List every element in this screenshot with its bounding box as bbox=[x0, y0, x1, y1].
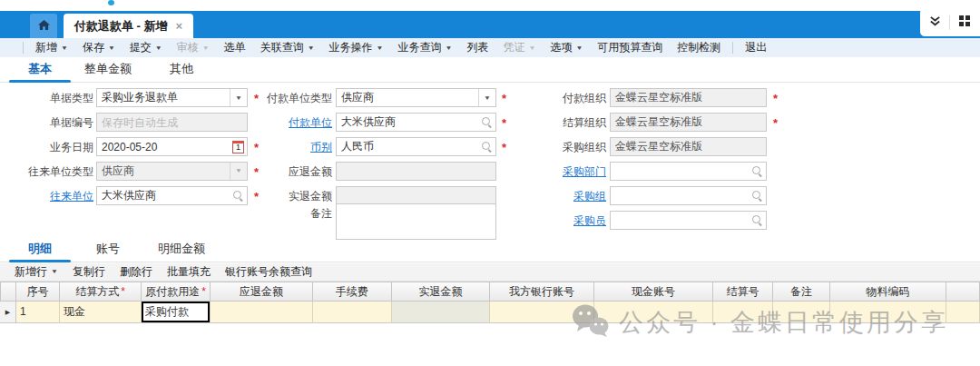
field-purchase-group[interactable] bbox=[610, 186, 767, 205]
grid-cell-refundable-amount[interactable] bbox=[211, 302, 313, 323]
field-purchase-dept[interactable] bbox=[610, 162, 767, 181]
caret-down-icon: ▼ bbox=[308, 45, 315, 51]
grid-header-label: 序号 bbox=[27, 285, 49, 298]
grid-cell-settlement-no[interactable] bbox=[713, 302, 773, 323]
field-label-settlement-org: 结算组织 bbox=[513, 115, 606, 131]
field-label-payment-org: 付款组织 bbox=[513, 91, 606, 106]
grid-cell-material-code[interactable] bbox=[830, 302, 946, 323]
home-tab[interactable] bbox=[30, 14, 57, 38]
grid-cell-cash-account[interactable] bbox=[594, 302, 713, 323]
toolbar-separator bbox=[23, 42, 24, 54]
grid-header-refundable-amount: 应退金额 bbox=[211, 282, 313, 302]
toolbar-item-options[interactable]: 选项▼ bbox=[550, 40, 583, 55]
toolbar-item-budget-query[interactable]: 可用预算查询 bbox=[597, 40, 662, 55]
toolbar-item-select-bill[interactable]: 选单 bbox=[224, 40, 246, 55]
toolbar-item-control-check[interactable]: 控制检测 bbox=[677, 40, 720, 55]
required-asterisk: * bbox=[773, 92, 778, 105]
field-label-purchaser[interactable]: 采购员 bbox=[513, 213, 606, 229]
grid-cell-settlement-method[interactable]: 现金 bbox=[60, 302, 142, 323]
toolbar-item-audit: 审核▼ bbox=[177, 40, 210, 55]
tab-detail-amount[interactable]: 明细金额 bbox=[145, 236, 218, 262]
grid-header-cash-account: 现金账号 bbox=[594, 282, 713, 302]
field-label-purchase-dept[interactable]: 采购部门 bbox=[513, 164, 606, 180]
field-input-purchaser[interactable] bbox=[611, 212, 766, 229]
field-row-purchase-org: 采购组织 bbox=[0, 137, 980, 157]
tab-total-amount[interactable]: 整单金额 bbox=[71, 56, 145, 82]
required-asterisk: * bbox=[201, 285, 206, 298]
grid-header-material-code: 物料编码 bbox=[830, 282, 946, 302]
tab-account[interactable]: 账号 bbox=[71, 236, 145, 262]
field-label-purchase-org: 采购组织 bbox=[513, 140, 606, 155]
grid-row: ▶1现金采购付款 bbox=[0, 302, 980, 323]
field-input-payment-org[interactable] bbox=[611, 89, 766, 106]
grid-cell-actual-refund-amount[interactable] bbox=[392, 302, 490, 323]
caret-down-icon: ▼ bbox=[575, 45, 583, 51]
toolbar-item-save[interactable]: 保存▼ bbox=[83, 40, 115, 55]
toolbar-item-submit[interactable]: 提交▼ bbox=[130, 40, 162, 55]
toolbar-item-business-operation[interactable]: 业务操作▼ bbox=[329, 40, 384, 55]
grid-header-row-indicator bbox=[0, 282, 16, 302]
grid-toolbar-item-label: 批量填充 bbox=[167, 264, 211, 280]
toolbar-item-label: 保存 bbox=[83, 40, 104, 55]
grid-cell-service-charge[interactable] bbox=[313, 302, 392, 323]
required-asterisk: * bbox=[121, 285, 125, 298]
lookup-button[interactable] bbox=[749, 163, 766, 180]
grid-header-label: 应退金额 bbox=[240, 285, 283, 298]
lookup-button[interactable] bbox=[749, 187, 766, 204]
grid-cell-remark[interactable] bbox=[773, 302, 830, 323]
toolbar-item-label: 业务操作 bbox=[329, 40, 373, 55]
tab-payment-refund[interactable]: 付款退款单 - 新增 × bbox=[64, 14, 193, 38]
toolbar-item-business-query[interactable]: 业务查询▼ bbox=[398, 40, 453, 55]
grid-cell-our-bank-account[interactable] bbox=[490, 302, 594, 323]
grid-header-label: 现金账号 bbox=[632, 285, 675, 298]
grid-toolbar-item-copy-row[interactable]: 复制行 bbox=[73, 264, 105, 280]
close-icon[interactable]: × bbox=[176, 20, 183, 32]
grid-cell-filler[interactable] bbox=[946, 302, 980, 323]
toolbar-item-new[interactable]: 新增▼ bbox=[35, 40, 68, 55]
window-controls bbox=[920, 8, 980, 36]
field-input-purchase-group[interactable] bbox=[611, 187, 766, 204]
grid-header-label: 实退金额 bbox=[419, 285, 463, 298]
field-input-settlement-org[interactable] bbox=[611, 114, 766, 131]
toolbar-item-label: 审核 bbox=[177, 40, 199, 55]
grid-header-label: 结算号 bbox=[727, 285, 760, 298]
form-tabstrip: 基本整单金额其他 bbox=[0, 56, 980, 83]
field-label-purchase-group[interactable]: 采购组 bbox=[513, 189, 606, 204]
tab-detail[interactable]: 明细 bbox=[9, 236, 71, 262]
toolbar-item-exit[interactable]: 退出 bbox=[745, 40, 767, 55]
field-input-purchase-org[interactable] bbox=[611, 138, 766, 155]
grid-cell-original-payment-purpose[interactable]: 采购付款 bbox=[142, 302, 211, 323]
grid-header-label: 物料编码 bbox=[867, 285, 910, 298]
tab-basic[interactable]: 基本 bbox=[9, 56, 71, 82]
lookup-button[interactable] bbox=[749, 212, 766, 229]
grid-header-label: 手续费 bbox=[336, 285, 368, 298]
detail-tabstrip: 明细账号明细金额 bbox=[0, 236, 980, 262]
caret-down-icon: ▼ bbox=[202, 45, 210, 51]
search-icon bbox=[752, 191, 762, 201]
toolbar-item-label: 新增 bbox=[35, 40, 57, 55]
field-settlement-org[interactable] bbox=[610, 113, 767, 132]
grid-toolbar-item-batch-fill[interactable]: 批量填充 bbox=[167, 264, 211, 280]
collapse-toolbar-button[interactable] bbox=[920, 8, 949, 36]
tab-title: 付款退款单 - 新增 bbox=[74, 18, 168, 35]
grid-toolbar-item-add-row[interactable]: 新增行▼ bbox=[15, 264, 58, 280]
toolbar-item-list[interactable]: 列表 bbox=[466, 40, 488, 55]
tab-other[interactable]: 其他 bbox=[145, 56, 218, 82]
field-purchase-org[interactable] bbox=[610, 137, 767, 156]
field-purchaser[interactable] bbox=[610, 211, 767, 230]
grid-header-actual-refund-amount: 实退金额 bbox=[392, 282, 490, 302]
grid-header-original-payment-purpose: 原付款用途* bbox=[142, 282, 211, 302]
toolbar-item-label: 凭证 bbox=[503, 40, 524, 55]
grid-toolbar: 新增行▼复制行删除行批量填充银行账号余额查询 bbox=[0, 263, 980, 282]
grid-cell-seq[interactable]: 1 bbox=[16, 302, 60, 323]
layout-grid-button[interactable] bbox=[950, 8, 979, 36]
field-input-purchase-dept[interactable] bbox=[611, 163, 766, 180]
field-payment-org[interactable] bbox=[610, 88, 767, 107]
grid-toolbar-item-delete-row[interactable]: 删除行 bbox=[120, 264, 152, 280]
grid-header-settlement-method: 结算方式* bbox=[60, 282, 142, 302]
toolbar-item-label: 选单 bbox=[224, 40, 246, 55]
toolbar-item-related-query[interactable]: 关联查询▼ bbox=[260, 40, 315, 55]
grid-toolbar-item-bank-balance-query[interactable]: 银行账号余额查询 bbox=[225, 264, 312, 280]
home-icon bbox=[37, 19, 51, 34]
grid-header-label: 原付款用途 bbox=[145, 285, 200, 298]
